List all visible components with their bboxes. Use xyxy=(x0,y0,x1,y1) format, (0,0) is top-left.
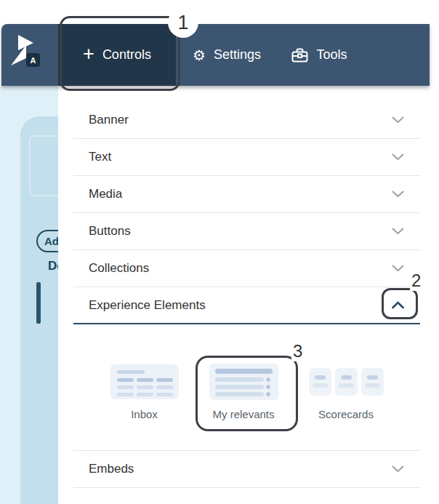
chevron-down-icon xyxy=(392,153,404,161)
annotation-number-1: 1 xyxy=(168,7,198,38)
chevron-down-icon xyxy=(392,191,404,198)
chevron-down-icon xyxy=(392,465,404,473)
chevron-down-icon xyxy=(392,265,404,272)
section-buttons[interactable]: Buttons xyxy=(73,213,420,250)
gear-icon: ⚙ xyxy=(193,48,206,63)
section-label: Media xyxy=(89,187,122,201)
app-logo[interactable]: A xyxy=(9,33,45,76)
text-cursor-bar xyxy=(36,282,41,324)
section-label: Banner xyxy=(89,113,129,127)
section-label: Text xyxy=(89,150,111,164)
logo-a-badge: A xyxy=(26,53,40,67)
scorecards-widget-icon xyxy=(309,368,384,396)
annotation-number-3: 3 xyxy=(291,341,304,361)
annotation-box-3 xyxy=(196,356,298,431)
tab-label: Settings xyxy=(214,47,261,63)
section-label: Collections xyxy=(89,261,149,276)
toolbox-icon xyxy=(291,47,308,63)
section-label: Buttons xyxy=(89,224,131,239)
tab-tools[interactable]: Tools xyxy=(281,24,358,86)
inbox-widget-icon xyxy=(110,364,179,399)
annotation-box-1 xyxy=(60,16,180,91)
chevron-down-icon xyxy=(392,228,404,235)
controls-panel: Banner Text Media Buttons Collections Ex… xyxy=(58,86,430,504)
widget-scorecards[interactable]: Scorecards xyxy=(309,364,384,450)
widget-label: Scorecards xyxy=(318,408,374,420)
section-label: Embeds xyxy=(89,462,134,476)
add-button-label: Ad xyxy=(44,235,59,247)
section-experience-elements[interactable]: Experience Elements xyxy=(73,287,420,324)
annotation-number-2: 2 xyxy=(410,271,422,291)
tab-label: Tools xyxy=(316,47,347,63)
widget-label: Inbox xyxy=(131,408,158,420)
section-embeds[interactable]: Embeds xyxy=(73,451,420,488)
section-text[interactable]: Text xyxy=(73,139,420,176)
section-collections[interactable]: Collections xyxy=(73,250,420,287)
chevron-down-icon xyxy=(392,116,404,124)
annotation-box-2 xyxy=(382,288,418,319)
section-label: Experience Elements xyxy=(89,298,206,313)
section-banner[interactable]: Banner xyxy=(73,102,420,139)
section-media[interactable]: Media xyxy=(73,176,420,213)
widget-inbox[interactable]: Inbox xyxy=(110,364,179,450)
